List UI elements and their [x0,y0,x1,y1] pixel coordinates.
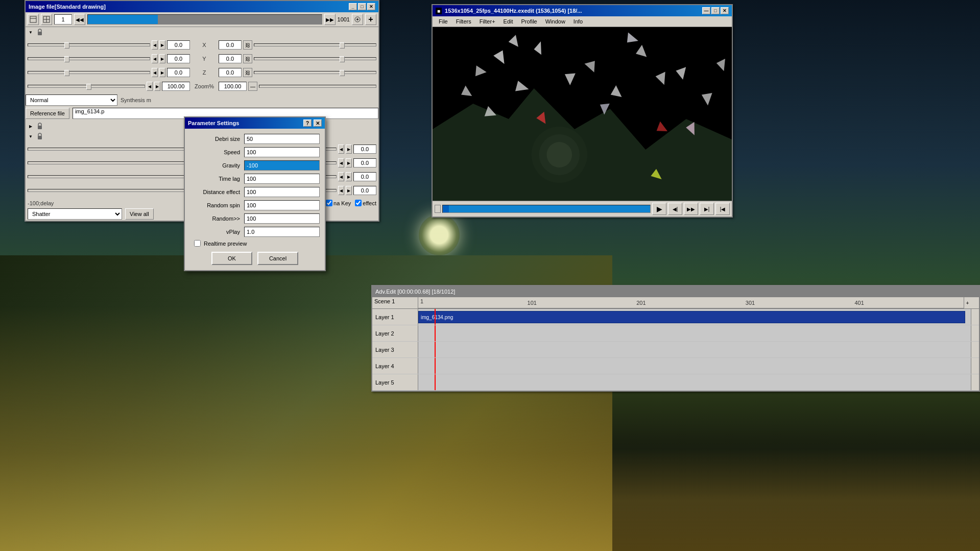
blend-mode-select[interactable]: Normal [26,94,117,106]
layer-2-content[interactable] [418,325,971,341]
video-close-button[interactable]: ✕ [721,7,729,14]
time-lag-input[interactable] [244,174,320,184]
random-spin-input[interactable] [244,200,320,210]
lock-icon-1[interactable] [36,28,44,36]
pb-inc-button[interactable]: ▶ [346,158,352,167]
menu-profile[interactable]: Profile [517,17,541,26]
prev-button[interactable]: ◀| [668,203,682,215]
x-chain-button[interactable]: ⛓ [243,40,252,50]
zoom-inc-button[interactable]: ▶ [154,82,160,91]
add-scene-button[interactable]: + [964,297,971,308]
expand-icon-1[interactable]: ▼ [28,29,34,35]
playbar-track[interactable] [442,205,651,213]
pa-inc-button[interactable]: ▶ [346,145,352,154]
layer-3-content[interactable] [418,342,971,357]
pd-value-input[interactable] [353,186,376,195]
gravity-input[interactable] [244,160,320,171]
realtime-preview-row: Realtime preview [190,240,320,247]
maximize-button[interactable]: □ [358,3,366,10]
vplay-input[interactable] [244,227,320,237]
x-value-right-input[interactable] [219,40,242,50]
prev-frame-button[interactable]: ◀◀ [74,14,85,25]
y-dec-button[interactable]: ◀ [152,54,158,63]
next-button[interactable]: ▶▶ [684,203,698,215]
begin-button[interactable]: |◀ [715,203,730,215]
menu-edit[interactable]: Edit [499,17,517,26]
layer-5-content[interactable] [418,374,971,390]
z-value-input[interactable] [167,68,190,77]
playbar-marker[interactable] [435,205,441,213]
y-label: Y [192,56,217,62]
x-value-input[interactable] [167,40,190,50]
video-minimize-button[interactable]: — [702,7,710,14]
ruler-mark-1: 1 [420,298,423,304]
random-spin-label: Random spin [190,202,240,208]
pb-dec-button[interactable]: ◀ [338,158,344,167]
zoom-chain-button[interactable]: — [248,82,257,91]
layer-1-content[interactable]: img_6134.png [418,309,971,325]
distance-effect-checkbox[interactable] [355,200,362,206]
speed-input[interactable] [244,147,320,157]
layer-4-content[interactable] [418,358,971,374]
video-restore-button[interactable]: □ [711,7,720,14]
dialog-row-speed: Speed [190,147,320,157]
dialog-row-random-spin: Random spin [190,200,320,210]
lock-icon-2[interactable] [36,122,44,130]
x-inc-button[interactable]: ▶ [159,40,165,50]
play-button[interactable]: ▶ [652,203,666,215]
y-inc-button[interactable]: ▶ [159,54,165,63]
ok-button[interactable]: OK [211,252,252,265]
pa-dec-button[interactable]: ◀ [338,145,344,154]
pd-dec-button[interactable]: ◀ [338,186,344,195]
y-value-right-input[interactable] [219,54,242,63]
zoom-value-right-input[interactable] [219,82,247,91]
z-value-right-input[interactable] [219,68,242,77]
z-dec-button[interactable]: ◀ [152,68,158,77]
close-button[interactable]: ✕ [367,3,375,10]
x-dec-button[interactable]: ◀ [152,40,158,50]
pc-inc-button[interactable]: ▶ [346,172,352,181]
pa-value-input[interactable] [353,145,376,154]
minimize-button[interactable]: _ [349,3,357,10]
dialog-close-button[interactable]: ✕ [314,119,322,127]
frame-start-input[interactable]: 1 [54,14,72,25]
cancel-button[interactable]: Cancel [257,252,298,265]
pd-inc-button[interactable]: ▶ [346,186,352,195]
expand-icon-3[interactable]: ▼ [28,133,34,139]
y-chain-button[interactable]: ⛓ [243,54,252,63]
view-all-button[interactable]: View all [125,208,154,220]
menu-info[interactable]: Info [569,17,587,26]
realtime-preview-checkbox[interactable] [194,240,201,247]
pb-value-input[interactable] [353,158,376,167]
reference-file-button[interactable]: Reference file [26,108,69,119]
debri-size-input[interactable] [244,134,320,144]
menu-filterplus[interactable]: Filter+ [475,17,499,26]
z-inc-button[interactable]: ▶ [159,68,165,77]
chroma-key-checkbox[interactable] [326,200,332,206]
zoom-dec-button[interactable]: ◀ [147,82,153,91]
camera-icon[interactable] [352,14,363,25]
add-button[interactable]: + [365,14,376,25]
random-input[interactable] [244,213,320,224]
distance-effect-input[interactable] [244,187,320,197]
scene-label-header: Scene 1 [372,297,418,308]
z-chain-button[interactable]: ⛓ [243,68,252,77]
settings-icon[interactable] [28,14,39,25]
shatter-select[interactable]: Shatter [28,208,122,220]
pc-dec-button[interactable]: ◀ [338,172,344,181]
menu-window[interactable]: Window [541,17,569,26]
next-frame-button[interactable]: ▶▶ [324,14,336,25]
menu-file[interactable]: File [435,17,452,26]
dialog-title: Parameter Settings [188,120,239,126]
zoom-value-input[interactable] [162,82,190,91]
menu-filters[interactable]: Filters [452,17,475,26]
expand-icon-2[interactable]: ▶ [28,123,34,129]
grid-icon[interactable] [41,14,52,25]
y-value-input[interactable] [167,54,190,63]
pc-value-input[interactable] [353,172,376,181]
end-button[interactable]: ▶| [700,203,714,215]
dialog-help-button[interactable]: ? [303,119,312,127]
timeline-scrubber[interactable] [87,14,322,25]
lock-icon-3[interactable] [36,132,44,140]
layer-1-clip[interactable]: img_6134.png [418,311,965,323]
